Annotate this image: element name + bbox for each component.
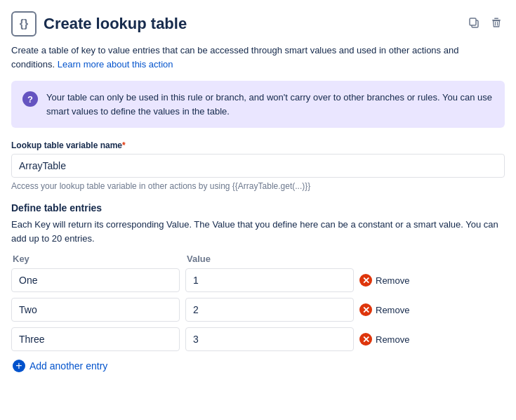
value-input-2[interactable] bbox=[185, 327, 354, 351]
table-row: ✕ Remove bbox=[11, 298, 505, 322]
info-box: ? Your table can only be used in this ru… bbox=[11, 81, 505, 128]
svg-rect-3 bbox=[494, 18, 498, 20]
learn-more-link[interactable]: Learn more about this action bbox=[58, 59, 173, 70]
page-header: {} Create lookup table bbox=[11, 11, 505, 37]
section-title: Define table entries bbox=[11, 202, 505, 214]
entries-container: ✕ Remove ✕ Remove ✕ Remove bbox=[11, 268, 505, 351]
table-header: Key Value bbox=[11, 254, 505, 264]
variable-name-field: Lookup table variable name* Access your … bbox=[11, 140, 505, 191]
section-description: Each Key will return its corresponding V… bbox=[11, 218, 505, 245]
remove-button-1[interactable]: ✕ Remove bbox=[359, 303, 409, 316]
key-input-1[interactable] bbox=[11, 298, 180, 322]
define-entries-section: Define table entries Each Key will retur… bbox=[11, 202, 505, 375]
header-actions bbox=[465, 15, 505, 32]
remove-button-2[interactable]: ✕ Remove bbox=[359, 333, 409, 346]
table-row: ✕ Remove bbox=[11, 268, 505, 292]
info-icon: ? bbox=[22, 91, 38, 107]
variable-name-input[interactable] bbox=[11, 154, 505, 178]
variable-name-hint: Access your lookup table variable in oth… bbox=[11, 181, 505, 191]
value-input-0[interactable] bbox=[185, 268, 354, 292]
remove-icon-2: ✕ bbox=[359, 333, 372, 346]
page-title: Create lookup table bbox=[44, 15, 458, 33]
col-value-header: Value bbox=[187, 254, 211, 264]
header-icon: {} bbox=[11, 11, 37, 37]
delete-button[interactable] bbox=[488, 15, 505, 32]
remove-label-2: Remove bbox=[376, 334, 409, 345]
add-entry-label: Add another entry bbox=[29, 360, 107, 372]
info-text: Your table can only be used in this rule… bbox=[46, 91, 494, 118]
remove-button-0[interactable]: ✕ Remove bbox=[359, 274, 409, 287]
variable-name-label: Lookup table variable name* bbox=[11, 140, 505, 150]
col-key-header: Key bbox=[13, 254, 181, 264]
copy-button[interactable] bbox=[465, 15, 482, 32]
remove-label-1: Remove bbox=[376, 305, 409, 315]
remove-label-0: Remove bbox=[376, 275, 409, 286]
remove-icon-1: ✕ bbox=[359, 303, 372, 316]
page-description: Create a table of key to value entries t… bbox=[11, 44, 505, 71]
remove-icon-0: ✕ bbox=[359, 274, 372, 287]
table-row: ✕ Remove bbox=[11, 327, 505, 351]
value-input-1[interactable] bbox=[185, 298, 354, 322]
add-entry-button[interactable]: + Add another entry bbox=[11, 357, 109, 375]
key-input-2[interactable] bbox=[11, 327, 180, 351]
svg-rect-1 bbox=[470, 18, 476, 25]
key-input-0[interactable] bbox=[11, 268, 180, 292]
add-icon: + bbox=[13, 360, 25, 372]
